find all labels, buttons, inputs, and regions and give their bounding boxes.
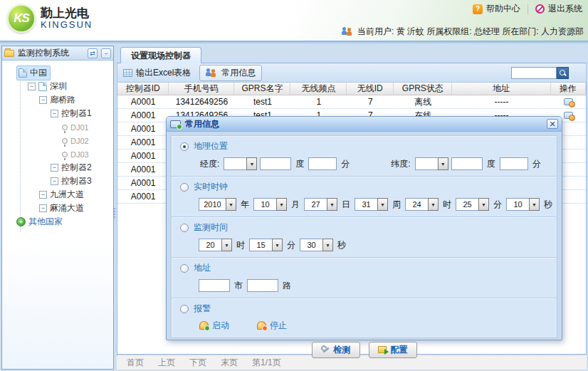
tree-label: DJ03 bbox=[70, 150, 89, 159]
cell-controller-id: A0001 bbox=[117, 190, 169, 203]
tree-item-controller1[interactable]: − 控制器1 bbox=[2, 107, 113, 120]
collapse-icon[interactable]: − bbox=[101, 48, 111, 58]
collapse-expander-icon[interactable]: − bbox=[51, 177, 58, 185]
col-header[interactable]: GPRS名字 bbox=[234, 83, 290, 95]
col-header[interactable]: 操作 bbox=[551, 83, 586, 95]
tree-item-dj03[interactable]: DJ03 bbox=[2, 147, 113, 161]
tree-item-china[interactable]: 中国 bbox=[2, 66, 113, 80]
col-header[interactable]: GPRS状态 bbox=[394, 83, 452, 95]
collapse-expander-icon[interactable]: − bbox=[39, 191, 47, 199]
latitude-direction-select[interactable]: ▼ bbox=[415, 157, 448, 170]
col-header[interactable]: 控制器ID bbox=[117, 83, 169, 95]
header: KS 勤上光电 KINGSUN ? 帮助中心 退出系统 当前用户: 黄 沂蚊 所… bbox=[0, 0, 588, 41]
tab-bar: 设置现场控制器 bbox=[117, 46, 587, 63]
collapse-expander-icon[interactable]: − bbox=[39, 204, 47, 212]
collapse-expander-icon[interactable]: − bbox=[28, 83, 36, 90]
search-input[interactable] bbox=[511, 67, 557, 79]
cell-address: ----- bbox=[452, 95, 550, 108]
tree-label: 控制器1 bbox=[61, 108, 92, 120]
config-icon bbox=[378, 346, 387, 353]
longitude-direction-select[interactable]: ▼ bbox=[224, 157, 257, 170]
dialog-form: 地理位置 经度: ▼ 度 分 纬度: ▼ 度 bbox=[171, 135, 557, 338]
ks-logo-icon: KS bbox=[7, 4, 36, 33]
monitor-second-select[interactable]: 30▼ bbox=[300, 239, 333, 251]
first-page-button[interactable]: 首页 bbox=[127, 357, 144, 369]
chevron-down-icon: ▼ bbox=[276, 198, 287, 211]
tree-label: 控制器2 bbox=[61, 162, 92, 174]
refresh-icon[interactable]: ⇄ bbox=[88, 48, 98, 58]
tree-item-controller3[interactable]: − 控制器3 bbox=[2, 174, 113, 188]
export-excel-label: 输出Excel表格 bbox=[136, 67, 191, 79]
export-excel-button[interactable]: 输出Excel表格 bbox=[123, 67, 191, 79]
settings-icon[interactable] bbox=[564, 112, 573, 119]
city-input[interactable] bbox=[199, 279, 230, 292]
monitor-time-radio[interactable] bbox=[180, 224, 189, 232]
tree-item-jiuzhou-avenue[interactable]: − 九洲大道 bbox=[2, 188, 113, 202]
tree-item-shenzhen[interactable]: − 深圳 bbox=[2, 80, 113, 93]
dialog-title-bar[interactable]: 常用信息 ✕ bbox=[167, 117, 562, 132]
monitor-hour-select[interactable]: 20▼ bbox=[199, 239, 232, 251]
collapse-expander-icon[interactable]: − bbox=[39, 96, 47, 104]
monitor-minute-select[interactable]: 15▼ bbox=[249, 239, 283, 251]
longitude-degree-input[interactable] bbox=[260, 157, 291, 170]
tree-item-other-countries[interactable]: + 其他国家 bbox=[2, 215, 113, 229]
day-select[interactable]: 27▼ bbox=[304, 198, 337, 211]
chevron-down-icon: ▼ bbox=[272, 239, 283, 251]
latitude-minute-input[interactable] bbox=[500, 157, 528, 170]
folder-icon bbox=[4, 50, 14, 57]
exit-system-link[interactable]: 退出系统 bbox=[535, 3, 582, 15]
tree-item-dj01[interactable]: DJ01 bbox=[2, 120, 113, 134]
col-header[interactable]: 地址 bbox=[452, 83, 550, 95]
alarm-label: 报警 bbox=[194, 303, 211, 315]
tree-item-dj02[interactable]: DJ02 bbox=[2, 134, 113, 147]
longitude-label: 经度: bbox=[200, 158, 219, 170]
cell-freq: 1 bbox=[290, 95, 347, 108]
chevron-down-icon: ▼ bbox=[327, 198, 337, 211]
divider bbox=[527, 4, 528, 14]
tree-label: 深圳 bbox=[50, 80, 67, 93]
location-radio[interactable] bbox=[180, 142, 189, 151]
col-header[interactable]: 无线频点 bbox=[290, 83, 347, 95]
tree-item-machong-avenue[interactable]: − 麻涌大道 bbox=[2, 202, 113, 215]
alarm-stop-link[interactable]: 停止 bbox=[256, 320, 287, 332]
detect-button[interactable]: 检测 bbox=[312, 342, 360, 358]
longitude-minute-input[interactable] bbox=[308, 157, 337, 170]
tree-item-controller2[interactable]: − 控制器2 bbox=[2, 161, 113, 174]
tree-label: 中国 bbox=[30, 67, 47, 79]
clock-radio[interactable] bbox=[180, 183, 189, 192]
dialog-title: 常用信息 bbox=[185, 118, 219, 130]
second-select[interactable]: 10▼ bbox=[506, 198, 540, 211]
collapse-expander-icon[interactable]: − bbox=[51, 110, 58, 117]
month-select[interactable]: 10▼ bbox=[253, 198, 287, 211]
alarm-radio[interactable] bbox=[180, 305, 189, 313]
help-center-link[interactable]: ? 帮助中心 bbox=[473, 3, 520, 15]
tree-item-langqiao-road[interactable]: − 廊桥路 bbox=[2, 93, 113, 107]
cell-controller-id: A0001 bbox=[117, 177, 169, 189]
hour-unit: 时 bbox=[443, 199, 451, 211]
search-icon[interactable] bbox=[557, 67, 569, 79]
road-input[interactable] bbox=[247, 279, 278, 292]
tab-set-field-controller[interactable]: 设置现场控制器 bbox=[120, 47, 201, 63]
table-row[interactable]: A0001 13412649256 test1 1 7 离线 ----- bbox=[117, 95, 586, 109]
tree-label: DJ01 bbox=[70, 123, 89, 132]
col-header[interactable]: 无线ID bbox=[347, 83, 394, 95]
collapse-expander-icon[interactable]: − bbox=[51, 164, 58, 172]
minute-select[interactable]: 25▼ bbox=[456, 198, 489, 211]
configure-button[interactable]: 配置 bbox=[369, 342, 417, 358]
tree-label: DJ02 bbox=[70, 137, 89, 145]
close-icon[interactable]: ✕ bbox=[547, 119, 558, 129]
lamp-icon bbox=[62, 138, 68, 144]
col-header[interactable]: 手机号码 bbox=[169, 83, 234, 95]
chevron-down-icon: ▼ bbox=[322, 239, 333, 251]
latitude-degree-input[interactable] bbox=[451, 157, 483, 170]
alarm-start-link[interactable]: 启动 bbox=[199, 320, 229, 332]
common-info-button[interactable]: 常用信息 bbox=[199, 65, 262, 81]
cell-wireless-id: 7 bbox=[347, 95, 394, 108]
minute-unit: 分 bbox=[493, 199, 502, 211]
address-radio[interactable] bbox=[180, 264, 189, 273]
panel-splitter-handle[interactable] bbox=[113, 208, 116, 229]
hour-select[interactable]: 24▼ bbox=[405, 198, 439, 211]
week-select[interactable]: 31▼ bbox=[355, 198, 388, 211]
year-select[interactable]: 2010▼ bbox=[199, 198, 236, 211]
settings-icon[interactable] bbox=[564, 98, 573, 105]
